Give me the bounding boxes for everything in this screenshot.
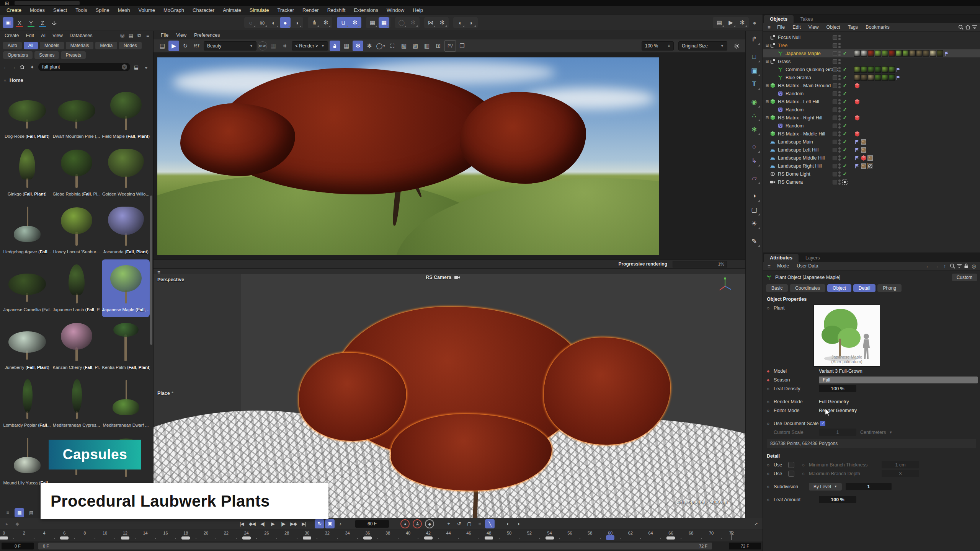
asset-item-juneberry-fall-plant[interactable]: Juneberry (Fall, Plant)	[3, 317, 51, 375]
filter-scenes[interactable]: Scenes	[34, 51, 59, 59]
preview-range-button[interactable]: ▣	[325, 519, 335, 528]
keyframe-marker[interactable]	[485, 536, 493, 540]
record-keyframe-button[interactable]: ●	[400, 519, 410, 528]
timeline-left-icon-2[interactable]: ◆	[12, 519, 22, 528]
asset-item-honey-locust-sunbur[interactable]: Honey Locust 'Sunbur...	[52, 202, 100, 259]
use2-checkbox[interactable]: ✓	[788, 471, 794, 477]
perspective-viewport[interactable]: ≡ Perspective Place ⁺ RS Camera	[154, 269, 745, 518]
render-view-icon[interactable]: ▤	[714, 17, 725, 28]
om-menu-file[interactable]: File	[774, 24, 788, 30]
material-swatch[interactable]	[861, 74, 867, 81]
keyframe-marker[interactable]	[60, 536, 69, 540]
menu-spline[interactable]: Spline	[91, 7, 114, 14]
object-row-japanese-maple-2[interactable]: Japanese Maple✓	[763, 49, 980, 57]
render-view-canvas[interactable]	[154, 53, 745, 259]
visibility-dots[interactable]	[838, 59, 841, 64]
asset-search-box[interactable]: ✕	[38, 63, 130, 71]
flag-tag-icon[interactable]	[854, 155, 860, 161]
layer-box[interactable]	[833, 124, 837, 128]
grid-icon[interactable]: ▦	[341, 41, 352, 51]
size-dropdown[interactable]: Original Size▼	[678, 41, 727, 51]
pen-tool-icon[interactable]: ✎	[748, 235, 761, 248]
hamburger-icon[interactable]: ≡	[765, 262, 773, 269]
layer-box[interactable]	[833, 43, 837, 48]
object-row-random-7[interactable]: Random✓	[763, 90, 980, 98]
render-mode-value[interactable]: Full Geometry	[819, 399, 849, 404]
enabled-check-icon[interactable]: ✓	[842, 139, 848, 145]
visibility-dots[interactable]	[838, 123, 841, 129]
visibility-dots[interactable]	[838, 83, 841, 88]
min-branch-thickness-field[interactable]: 1 cm	[882, 461, 919, 468]
snapshot-group-icon[interactable]: ✻	[364, 41, 375, 51]
enabled-check-icon[interactable]: ✓	[842, 123, 848, 129]
forward-icon[interactable]: →	[933, 262, 940, 269]
layer-box[interactable]	[833, 148, 837, 152]
search-icon[interactable]	[949, 263, 956, 269]
playhead[interactable]	[606, 535, 614, 540]
range-end-field[interactable]: 72 F	[729, 543, 761, 549]
mat-tag-icon[interactable]	[867, 155, 873, 161]
tab-attributes[interactable]: Attributes	[764, 254, 799, 262]
gear-icon[interactable]	[731, 41, 742, 51]
flag-tag-icon[interactable]	[854, 147, 860, 153]
menu-tracker[interactable]: Tracker	[273, 7, 298, 14]
render-play-icon[interactable]: ▶	[168, 41, 179, 51]
keyframe-marker[interactable]	[0, 536, 8, 540]
material-swatch[interactable]	[854, 74, 861, 81]
asset-item-lombardy-poplar-fall[interactable]: Lombardy Poplar (Fall...	[3, 375, 51, 433]
display-hidden-line-icon[interactable]: ◐	[268, 17, 279, 28]
range-start-field[interactable]: 0 F	[2, 543, 34, 549]
layer-box[interactable]	[833, 116, 837, 120]
layer-box[interactable]	[833, 180, 837, 184]
section-tab-basic[interactable]: Basic	[766, 284, 788, 292]
custom-scale-field[interactable]: 1	[819, 429, 856, 436]
section-tab-detail[interactable]: Detail	[853, 284, 876, 292]
mode-a-icon[interactable]: ◖	[454, 17, 465, 28]
spline-tool-icon[interactable]: □	[748, 50, 761, 63]
ab-menu-databases[interactable]: Databases	[67, 33, 96, 39]
object-row-tree-1[interactable]: ⊟Tree	[763, 41, 980, 49]
keyframe-selection-button[interactable]: ◆	[425, 519, 434, 528]
enabled-check-icon[interactable]: ✓	[842, 147, 848, 153]
smart-search-icon[interactable]: ✦	[28, 64, 36, 70]
display-shaded-lines-icon[interactable]: ◑	[291, 17, 302, 28]
material-icon[interactable]: ●	[749, 17, 760, 28]
cloner-icon[interactable]: ◉	[748, 95, 761, 108]
tab-takes[interactable]: Takes	[794, 15, 819, 23]
camera-tool-icon[interactable]: ▢	[748, 203, 761, 216]
menu-character[interactable]: Character	[188, 7, 219, 14]
rv-menu-file[interactable]: File	[157, 32, 172, 38]
keyframe-dot-icon[interactable]: ◆	[767, 369, 774, 373]
object-row-random-11[interactable]: Random✓	[763, 122, 980, 130]
rv-menu-view[interactable]: View	[173, 32, 190, 38]
plant-preview-thumbnail[interactable]: Japanese Maple(Acer palmatum)	[813, 305, 880, 367]
sound-button[interactable]: ♪	[335, 519, 345, 528]
enabled-check-icon[interactable]: ✓	[842, 91, 848, 96]
rsmat-tag-icon[interactable]	[854, 83, 860, 89]
filter-icon[interactable]	[972, 24, 978, 30]
snap-magnet-icon[interactable]: U	[338, 17, 349, 28]
enabled-check-icon[interactable]: ✓	[842, 75, 848, 80]
layer-box[interactable]	[833, 91, 837, 96]
om-menu-bookmarks[interactable]: Bookmarks	[862, 24, 893, 30]
copy-icon[interactable]: ❐	[457, 41, 467, 51]
asset-item-dwarf-mountain-pine[interactable]: Dwarf Mountain Pine (...	[52, 86, 100, 144]
workplane-snap-icon[interactable]: ▦	[379, 17, 389, 28]
ab-menu-view[interactable]: View	[49, 33, 66, 39]
layer-box[interactable]	[833, 35, 837, 40]
deformer-icon[interactable]: ○	[748, 140, 761, 153]
asset-item-globe-robinia-fall-pl[interactable]: Globe Robinia (Fall, Pl...	[52, 144, 100, 202]
asset-item-mound-lily-yucca-fall[interactable]: Mound Lily Yucca (Fall...	[3, 433, 51, 491]
keyframe-marker[interactable]	[181, 536, 190, 540]
menu-animate[interactable]: Animate	[219, 7, 245, 14]
visibility-dots[interactable]	[838, 91, 841, 96]
material-swatch[interactable]	[937, 50, 943, 57]
xpresso-icon[interactable]: ▱	[748, 172, 761, 185]
visibility-dots[interactable]	[838, 139, 841, 145]
visibility-dots[interactable]	[838, 67, 841, 72]
axis-lock-x[interactable]: X	[14, 17, 25, 28]
material-swatch[interactable]	[889, 66, 895, 73]
visibility-dots[interactable]	[838, 163, 841, 169]
axis-lock-y[interactable]: Y	[26, 17, 36, 28]
branch-settings-icon[interactable]: ✻	[320, 17, 331, 28]
